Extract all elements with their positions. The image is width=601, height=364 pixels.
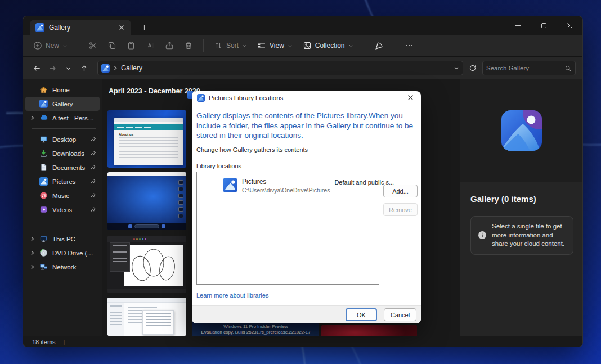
pin-icon	[90, 192, 96, 199]
rename-button[interactable]	[141, 38, 159, 53]
dialog-title: Pictures Library Locations	[209, 95, 399, 101]
info-text: Select a single file to get more informa…	[492, 222, 566, 249]
status-bar: 18 items |	[23, 336, 582, 347]
pin-icon	[90, 206, 96, 213]
library-locations-label: Library locations	[196, 163, 416, 169]
pin-icon	[90, 164, 96, 170]
thumbnail-file-explorer-screenshot[interactable]	[107, 298, 186, 336]
back-button[interactable]	[30, 61, 43, 75]
pictures-library-locations-dialog: Pictures Library Locations Gallery displ…	[192, 91, 421, 323]
paste-button[interactable]	[122, 38, 140, 53]
library-locations-list[interactable]: Pictures C:\Users\divya\OneDrive\Picture…	[196, 172, 379, 285]
expand-chevron-icon[interactable]	[30, 236, 35, 242]
pictures-icon	[39, 177, 48, 186]
sidebar-item-downloads[interactable]: Downloads	[25, 146, 100, 160]
sidebar-item-music[interactable]: Music	[25, 188, 100, 203]
date-group-header[interactable]: April 2023 - December 2020	[109, 87, 200, 95]
sidebar-item-documents[interactable]: Documents	[25, 160, 100, 174]
thumbnail-desktop-screenshot[interactable]	[107, 172, 186, 230]
pin-icon	[90, 178, 96, 185]
search-box[interactable]	[482, 61, 576, 75]
toolbar-divider	[394, 39, 394, 52]
sidebar-item-desktop[interactable]: Desktop	[25, 132, 100, 146]
watermark-line2: Evaluation copy. Build 25231.rs_prerelea…	[201, 330, 310, 335]
ok-button[interactable]: OK	[346, 308, 377, 321]
collection-label: Collection	[315, 42, 345, 50]
sidebar-item-dvd-drive[interactable]: DVD Drive (D:) CCC	[25, 246, 100, 260]
desktop-icon	[39, 135, 48, 143]
dialog-close-icon[interactable]	[403, 92, 418, 103]
sidebar-item-pictures[interactable]: Pictures	[25, 174, 100, 188]
image-icon	[303, 41, 312, 50]
tab-title: Gallery	[49, 24, 112, 32]
item-count: 18 items	[32, 339, 56, 345]
sidebar-item-videos[interactable]: Videos	[25, 203, 100, 217]
breadcrumb[interactable]: Gallery	[97, 61, 463, 75]
remove-button[interactable]: Remove	[383, 203, 418, 216]
add-button[interactable]: Add...	[383, 185, 418, 197]
sidebar-divider	[32, 128, 96, 129]
paste-icon	[127, 41, 136, 50]
sort-button[interactable]: Sort	[209, 38, 252, 53]
gallery-large-icon	[501, 110, 542, 151]
maximize-button[interactable]	[531, 16, 557, 35]
preview-title: Gallery (0 items)	[470, 194, 573, 204]
breadcrumb-item-gallery[interactable]: Gallery	[121, 64, 142, 72]
sort-label: Sort	[226, 42, 239, 50]
collection-button[interactable]: Collection	[298, 38, 358, 53]
address-dropdown-icon[interactable]	[454, 65, 459, 71]
search-input[interactable]	[486, 65, 564, 71]
sidebar-item-network[interactable]: Network	[25, 260, 100, 274]
toolbar-divider	[78, 39, 78, 52]
sidebar-item-onedrive[interactable]: A test - Personal	[25, 111, 100, 125]
list-item-pictures[interactable]: Pictures C:\Users\divya\OneDrive\Picture…	[197, 172, 379, 194]
delete-button[interactable]	[180, 38, 198, 53]
phone-link-button[interactable]	[370, 38, 388, 53]
recent-locations-button[interactable]	[61, 61, 75, 75]
up-button[interactable]	[77, 61, 91, 75]
sidebar-item-gallery[interactable]: Gallery	[25, 97, 100, 111]
chevron-down-icon	[242, 43, 247, 48]
refresh-button[interactable]	[465, 61, 480, 75]
thumbnail-red-abstract-screenshot[interactable]	[321, 325, 417, 336]
location-path: C:\Users\divya\OneDrive\Pictures	[242, 187, 330, 194]
close-button[interactable]	[557, 16, 582, 35]
copy-button[interactable]	[103, 38, 121, 53]
chevron-right-icon	[113, 65, 118, 71]
rename-icon	[146, 41, 155, 50]
dialog-title-bar[interactable]: Pictures Library Locations	[192, 91, 421, 104]
new-button[interactable]: New	[29, 38, 72, 53]
videos-icon	[39, 205, 48, 214]
sidebar-item-this-pc[interactable]: This PC	[25, 232, 100, 246]
learn-more-link[interactable]: Learn more about libraries	[196, 292, 416, 299]
this-pc-icon	[39, 235, 48, 243]
sidebar-item-home[interactable]: Home	[25, 83, 100, 97]
expand-chevron-icon[interactable]	[30, 250, 35, 256]
see-more-button[interactable]	[400, 38, 418, 53]
scissors-icon	[88, 41, 97, 50]
details-pane: Gallery (0 items) Select a single file t…	[460, 79, 582, 336]
dialog-footer: OK Cancel	[192, 305, 421, 323]
phone-link-icon	[374, 41, 384, 51]
pin-icon	[90, 150, 96, 156]
music-icon	[39, 191, 48, 200]
share-button[interactable]	[160, 38, 178, 53]
expand-chevron-icon[interactable]	[30, 115, 35, 121]
info-box: Select a single file to get more informa…	[470, 216, 573, 255]
tab-gallery[interactable]: Gallery	[30, 20, 131, 35]
thumbnail-paint-screenshot[interactable]	[107, 236, 186, 293]
gallery-icon	[197, 94, 205, 102]
share-icon	[165, 41, 174, 50]
cancel-button[interactable]: Cancel	[384, 308, 416, 321]
cut-button[interactable]	[84, 38, 102, 53]
minimize-button[interactable]	[505, 16, 531, 35]
forward-button[interactable]	[46, 61, 59, 75]
dialog-description: Gallery displays the contents of the Pic…	[196, 111, 416, 141]
thumbnail-browser-screenshot[interactable]: About us	[107, 110, 186, 168]
tab-close-icon[interactable]	[116, 23, 127, 33]
new-tab-button[interactable]	[139, 23, 149, 33]
home-icon	[39, 86, 48, 94]
view-button[interactable]: View	[253, 38, 297, 53]
expand-chevron-icon[interactable]	[30, 264, 35, 270]
new-label: New	[46, 42, 59, 50]
